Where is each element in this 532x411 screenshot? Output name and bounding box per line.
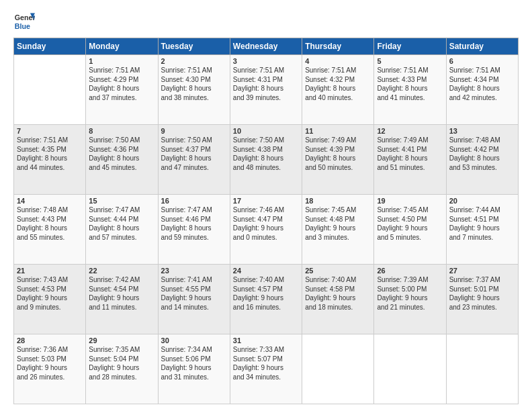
day-info: Sunrise: 7:41 AMSunset: 4:55 PMDaylight:… bbox=[161, 275, 227, 312]
calendar-cell: 1Sunrise: 7:51 AMSunset: 4:29 PMDaylight… bbox=[86, 55, 158, 125]
calendar-cell: 12Sunrise: 7:49 AMSunset: 4:41 PMDayligh… bbox=[374, 125, 446, 195]
day-info: Sunrise: 7:48 AMSunset: 4:43 PMDaylight:… bbox=[17, 205, 83, 242]
week-row-5: 28Sunrise: 7:36 AMSunset: 5:03 PMDayligh… bbox=[14, 334, 519, 404]
calendar-cell: 7Sunrise: 7:51 AMSunset: 4:35 PMDaylight… bbox=[14, 125, 86, 195]
weekday-header-thursday: Thursday bbox=[302, 38, 374, 55]
day-info: Sunrise: 7:49 AMSunset: 4:39 PMDaylight:… bbox=[305, 136, 371, 172]
day-number: 16 bbox=[161, 197, 227, 205]
week-row-3: 14Sunrise: 7:48 AMSunset: 4:43 PMDayligh… bbox=[14, 195, 519, 265]
weekday-header-friday: Friday bbox=[374, 38, 446, 55]
day-number: 20 bbox=[449, 197, 515, 205]
calendar-cell: 16Sunrise: 7:47 AMSunset: 4:46 PMDayligh… bbox=[158, 195, 230, 265]
day-number: 9 bbox=[161, 127, 227, 135]
day-info: Sunrise: 7:51 AMSunset: 4:34 PMDaylight:… bbox=[449, 66, 515, 102]
day-info: Sunrise: 7:51 AMSunset: 4:35 PMDaylight:… bbox=[17, 136, 83, 172]
calendar-cell: 23Sunrise: 7:41 AMSunset: 4:55 PMDayligh… bbox=[158, 265, 230, 334]
day-number: 24 bbox=[233, 267, 299, 275]
day-info: Sunrise: 7:47 AMSunset: 4:44 PMDaylight:… bbox=[89, 205, 154, 242]
weekday-header-saturday: Saturday bbox=[446, 38, 518, 55]
logo: General Blue bbox=[13, 11, 38, 32]
day-number: 27 bbox=[449, 267, 515, 275]
calendar-cell: 9Sunrise: 7:50 AMSunset: 4:37 PMDaylight… bbox=[158, 125, 230, 195]
day-info: Sunrise: 7:46 AMSunset: 4:47 PMDaylight:… bbox=[233, 205, 299, 242]
day-info: Sunrise: 7:43 AMSunset: 4:53 PMDaylight:… bbox=[17, 275, 83, 312]
day-number: 10 bbox=[233, 127, 299, 135]
day-number: 8 bbox=[89, 127, 154, 135]
calendar-cell: 6Sunrise: 7:51 AMSunset: 4:34 PMDaylight… bbox=[446, 55, 518, 125]
day-info: Sunrise: 7:44 AMSunset: 4:51 PMDaylight:… bbox=[449, 205, 515, 242]
calendar-cell: 19Sunrise: 7:45 AMSunset: 4:50 PMDayligh… bbox=[374, 195, 446, 265]
day-number: 28 bbox=[17, 336, 83, 345]
calendar-cell: 13Sunrise: 7:48 AMSunset: 4:42 PMDayligh… bbox=[446, 125, 518, 195]
header: General Blue bbox=[13, 11, 519, 32]
day-info: Sunrise: 7:50 AMSunset: 4:37 PMDaylight:… bbox=[161, 136, 227, 172]
day-number: 3 bbox=[233, 57, 299, 65]
day-info: Sunrise: 7:42 AMSunset: 4:54 PMDaylight:… bbox=[89, 275, 154, 312]
week-row-2: 7Sunrise: 7:51 AMSunset: 4:35 PMDaylight… bbox=[14, 125, 519, 195]
day-info: Sunrise: 7:47 AMSunset: 4:46 PMDaylight:… bbox=[161, 205, 227, 242]
day-number: 2 bbox=[161, 57, 227, 65]
calendar-cell: 25Sunrise: 7:40 AMSunset: 4:58 PMDayligh… bbox=[302, 265, 374, 334]
weekday-header-row: SundayMondayTuesdayWednesdayThursdayFrid… bbox=[14, 38, 519, 55]
day-info: Sunrise: 7:51 AMSunset: 4:32 PMDaylight:… bbox=[305, 66, 371, 102]
calendar-body: 1Sunrise: 7:51 AMSunset: 4:29 PMDaylight… bbox=[14, 55, 519, 404]
day-info: Sunrise: 7:33 AMSunset: 5:07 PMDaylight:… bbox=[233, 345, 299, 381]
calendar-cell: 24Sunrise: 7:40 AMSunset: 4:57 PMDayligh… bbox=[230, 265, 302, 334]
day-info: Sunrise: 7:45 AMSunset: 4:48 PMDaylight:… bbox=[305, 205, 371, 242]
day-number: 21 bbox=[17, 267, 83, 275]
calendar-cell: 21Sunrise: 7:43 AMSunset: 4:53 PMDayligh… bbox=[14, 265, 86, 334]
day-info: Sunrise: 7:51 AMSunset: 4:33 PMDaylight:… bbox=[377, 66, 443, 102]
weekday-header-wednesday: Wednesday bbox=[230, 38, 302, 55]
day-number: 26 bbox=[377, 267, 443, 275]
day-number: 14 bbox=[17, 197, 83, 205]
weekday-header-sunday: Sunday bbox=[14, 38, 86, 55]
day-info: Sunrise: 7:39 AMSunset: 5:00 PMDaylight:… bbox=[377, 275, 443, 312]
day-number: 25 bbox=[305, 267, 371, 275]
day-number: 7 bbox=[17, 127, 83, 135]
day-number: 22 bbox=[89, 267, 154, 275]
day-info: Sunrise: 7:34 AMSunset: 5:06 PMDaylight:… bbox=[161, 345, 227, 381]
calendar-header: SundayMondayTuesdayWednesdayThursdayFrid… bbox=[14, 38, 519, 55]
calendar-cell: 14Sunrise: 7:48 AMSunset: 4:43 PMDayligh… bbox=[14, 195, 86, 265]
calendar-cell: 3Sunrise: 7:51 AMSunset: 4:31 PMDaylight… bbox=[230, 55, 302, 125]
svg-text:Blue: Blue bbox=[15, 22, 30, 30]
day-number: 17 bbox=[233, 197, 299, 205]
day-info: Sunrise: 7:51 AMSunset: 4:31 PMDaylight:… bbox=[233, 66, 299, 102]
day-info: Sunrise: 7:35 AMSunset: 5:04 PMDaylight:… bbox=[89, 345, 154, 381]
calendar-cell: 20Sunrise: 7:44 AMSunset: 4:51 PMDayligh… bbox=[446, 195, 518, 265]
day-number: 19 bbox=[377, 197, 443, 205]
week-row-4: 21Sunrise: 7:43 AMSunset: 4:53 PMDayligh… bbox=[14, 265, 519, 334]
day-info: Sunrise: 7:40 AMSunset: 4:58 PMDaylight:… bbox=[305, 275, 371, 312]
calendar-cell: 30Sunrise: 7:34 AMSunset: 5:06 PMDayligh… bbox=[158, 334, 230, 404]
calendar-cell: 31Sunrise: 7:33 AMSunset: 5:07 PMDayligh… bbox=[230, 334, 302, 404]
day-info: Sunrise: 7:51 AMSunset: 4:29 PMDaylight:… bbox=[89, 66, 154, 102]
day-number: 4 bbox=[305, 57, 371, 65]
day-info: Sunrise: 7:50 AMSunset: 4:38 PMDaylight:… bbox=[233, 136, 299, 172]
calendar-cell: 28Sunrise: 7:36 AMSunset: 5:03 PMDayligh… bbox=[14, 334, 86, 404]
day-number: 18 bbox=[305, 197, 371, 205]
day-number: 23 bbox=[161, 267, 227, 275]
day-number: 12 bbox=[377, 127, 443, 135]
calendar-cell: 8Sunrise: 7:50 AMSunset: 4:36 PMDaylight… bbox=[86, 125, 158, 195]
page: General Blue SundayMondayTuesdayWednesda… bbox=[0, 0, 532, 411]
day-info: Sunrise: 7:48 AMSunset: 4:42 PMDaylight:… bbox=[449, 136, 515, 172]
calendar-cell: 26Sunrise: 7:39 AMSunset: 5:00 PMDayligh… bbox=[374, 265, 446, 334]
logo-icon: General Blue bbox=[13, 11, 35, 32]
weekday-header-tuesday: Tuesday bbox=[158, 38, 230, 55]
day-info: Sunrise: 7:49 AMSunset: 4:41 PMDaylight:… bbox=[377, 136, 443, 172]
calendar-cell: 27Sunrise: 7:37 AMSunset: 5:01 PMDayligh… bbox=[446, 265, 518, 334]
day-number: 11 bbox=[305, 127, 371, 135]
calendar-cell: 4Sunrise: 7:51 AMSunset: 4:32 PMDaylight… bbox=[302, 55, 374, 125]
calendar-cell bbox=[14, 55, 86, 125]
day-number: 5 bbox=[377, 57, 443, 65]
calendar-cell: 18Sunrise: 7:45 AMSunset: 4:48 PMDayligh… bbox=[302, 195, 374, 265]
calendar-cell: 11Sunrise: 7:49 AMSunset: 4:39 PMDayligh… bbox=[302, 125, 374, 195]
day-info: Sunrise: 7:51 AMSunset: 4:30 PMDaylight:… bbox=[161, 66, 227, 102]
day-info: Sunrise: 7:45 AMSunset: 4:50 PMDaylight:… bbox=[377, 205, 443, 242]
day-info: Sunrise: 7:50 AMSunset: 4:36 PMDaylight:… bbox=[89, 136, 154, 172]
day-number: 30 bbox=[161, 336, 227, 345]
calendar-cell: 5Sunrise: 7:51 AMSunset: 4:33 PMDaylight… bbox=[374, 55, 446, 125]
day-info: Sunrise: 7:36 AMSunset: 5:03 PMDaylight:… bbox=[17, 345, 83, 381]
day-info: Sunrise: 7:37 AMSunset: 5:01 PMDaylight:… bbox=[449, 275, 515, 312]
day-info: Sunrise: 7:40 AMSunset: 4:57 PMDaylight:… bbox=[233, 275, 299, 312]
